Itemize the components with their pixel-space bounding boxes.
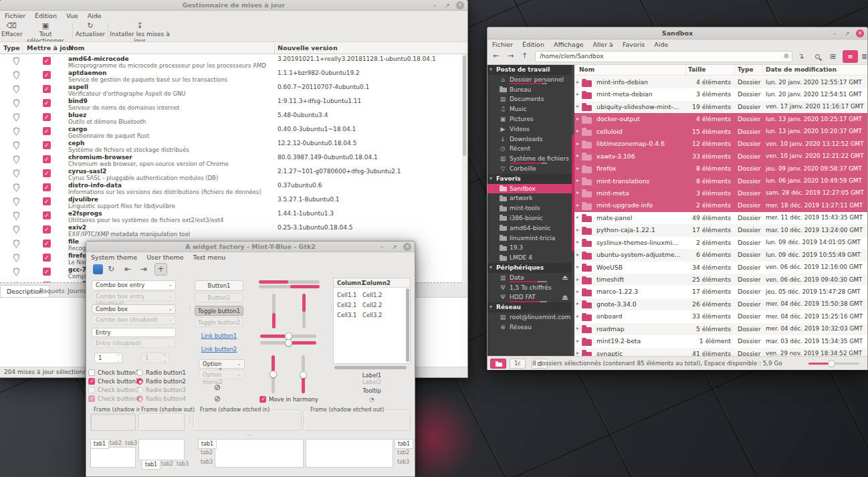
expander-icon[interactable]: ▸ [576,103,579,109]
update-checkbox[interactable] [43,155,51,163]
menu-vue[interactable]: Vue [62,11,83,20]
list-item[interactable]: ▸ xawtv-3.106 33 éléments Dossier ven. 1… [574,151,867,163]
vertical-range[interactable] [272,294,276,328]
link-button1[interactable]: Link button1 [195,332,243,339]
titlebar[interactable]: A widget factory - Mint-Y-Blue - Gtk2 – … [86,242,415,252]
update-checkbox[interactable] [43,85,51,93]
sidebar-item[interactable]: ▾ i386-bionic [487,213,574,223]
horizontal-scrollbar[interactable] [334,366,407,369]
list-item[interactable]: ▸ mint-meta-debian 3 éléments Dossier lu… [574,88,867,100]
expander-icon[interactable]: ▸ [576,227,579,233]
sidebar-item[interactable]: ▾ linuxmint-tricia [487,233,574,244]
list-item[interactable]: ▸ timeshift 25 éléments Dossier ven. 06 … [574,274,867,286]
maximize-icon[interactable]: ↗ [843,29,851,37]
col-taille[interactable]: Taille [688,66,706,73]
list-item[interactable]: ▸ mint-translations 8 éléments Dossier l… [574,175,867,187]
toggle-location-entry-icon[interactable]: ↴ [798,52,804,61]
radio-button[interactable]: Radio button2 [136,378,190,387]
list-item[interactable]: ▸ gnote-3.34.0 26 éléments Dossier mer. … [574,298,867,310]
table-row[interactable]: e2fsprogs Utilitaires pour les systèmes … [0,209,462,223]
menu-edition[interactable]: Édition [30,11,62,20]
list-item[interactable]: ▸ mint19.2-beta 1 élément Dossier mar. 0… [574,335,867,347]
sidebar-item[interactable]: ▾ ⌂ Dossier personnel [487,75,574,85]
update-checkbox[interactable] [43,183,51,191]
compact-view-icon[interactable]: ≣ [861,52,867,61]
expander-icon[interactable]: ▸ [576,153,579,159]
list-item[interactable]: ▸ synaptic 41 éléments Dossier ven. 29 n… [574,348,867,356]
chevron-down-icon[interactable]: ▾ [490,65,492,75]
update-checkbox[interactable] [43,71,51,79]
paned-handle[interactable]: ⋮ [301,417,308,423]
list-item[interactable]: ▸ mate-panel 49 éléments Dossier mer. 11… [574,212,867,224]
expander-icon[interactable]: ▸ [576,276,579,282]
update-checkbox[interactable] [43,169,51,177]
menu-aller-a[interactable]: Aller à [588,40,618,49]
update-checkbox[interactable] [43,141,51,149]
menu-system-theme[interactable]: System theme [86,253,142,262]
app-icon[interactable] [93,264,103,274]
list-item[interactable]: ▸ docker-output 4 éléments Dossier lun. … [574,113,867,125]
expander-icon[interactable]: ▸ [576,239,579,245]
check-button[interactable]: Check button3 [88,387,138,395]
slider-handle[interactable] [285,339,292,347]
sidebar-item[interactable]: ▾ ⊕ Réseau [487,322,574,332]
slider-handle[interactable] [300,371,307,379]
menu-user-theme[interactable]: User theme [142,253,188,262]
table-row[interactable]: bind9 Serveur de noms de domaines intern… [0,96,462,110]
paned-handle[interactable]: ⋯ [245,432,252,438]
sidebar-item[interactable]: ▾ LMDE 4 [487,253,574,263]
list-item[interactable]: ▸ syslinux-themes-linuxmi... 2 éléments … [574,237,867,249]
chevron-down-icon[interactable]: ▾ [490,263,492,273]
expander-icon[interactable]: ▸ [576,313,579,319]
titlebar[interactable]: Sandbox – ↗ × [487,27,867,39]
paned-handle[interactable]: ⋮ [187,305,193,312]
col-nom[interactable]: Nom [579,66,594,73]
menu-edition[interactable]: Édition [518,40,549,49]
sidebar-item[interactable]: ▾ ▥ Data [487,273,574,283]
check-button[interactable]: Check button1 [88,369,138,378]
menu-aide[interactable]: Aide [649,40,673,49]
sidebar-item[interactable]: ▾ 19.3 [487,243,574,253]
sidebar-item[interactable]: ▾ ♫ Music [487,104,574,114]
move-in-harmony-check[interactable]: Move in harmony [259,396,588,405]
expander-icon[interactable]: ▸ [576,214,579,220]
toolbar-button[interactable]: ⌫ Effacer [1,21,21,40]
list-item[interactable]: ▸ celluloid 15 éléments Dossier lun. 13 … [574,126,867,138]
table-cell[interactable]: Cell2.2 [362,302,382,308]
toolbar-button[interactable]: ▣ Tout sélectionner [23,21,68,40]
sidebar-item[interactable]: ▾ Favoris [487,174,574,184]
update-checkbox[interactable] [43,113,51,121]
sidebar-item[interactable]: ▾ Périphériques [487,263,574,273]
menu-affichage[interactable]: Affichage [549,40,588,49]
col-nom[interactable]: Nom [68,44,84,52]
icon-view-icon[interactable]: ⊞ [830,52,836,61]
combo-box[interactable]: Combo box⌄ [92,304,176,314]
sidebar-item[interactable]: ▾ Réseau [487,302,574,312]
list-item[interactable]: ▸ libtimezonemap-0.4.6 12 éléments Dossi… [574,138,867,150]
expander-icon[interactable]: ▸ [576,300,579,306]
entry-field[interactable]: Entry [92,328,176,337]
sidebar-item[interactable]: ▾ Bureau [487,85,574,95]
forward-icon[interactable]: → [508,52,514,60]
sidebar-item[interactable]: ▾ ▤ root@linuxmint.com [487,312,574,322]
table-cell[interactable]: Cell1.2 [362,292,382,298]
radio-button[interactable]: Radio button1 [136,369,190,378]
spin-button[interactable]: 1⌃⌄ [94,353,122,363]
close-icon[interactable]: × [856,29,864,37]
sidebar-item[interactable]: ▾ ↓ Downloads [487,134,574,145]
col-type[interactable]: Type [3,44,20,52]
list-item[interactable]: ▸ mint-info-debian 4 éléments Dossier lu… [574,76,867,88]
menu-aide[interactable]: Aide [83,11,106,20]
sidebar-item[interactable]: ▾ Poste de travail [487,65,574,75]
close-icon[interactable]: × [456,1,464,9]
expander-icon[interactable]: ▸ [576,140,579,147]
table-row[interactable]: ceph Système de fichiers et stockage dis… [0,138,462,153]
list-item[interactable]: ▸ ubuntu-system-adjustme... 6 éléments D… [574,249,867,261]
expander-icon[interactable]: ▸ [576,189,579,195]
table-row[interactable]: djvulibre Linguistic support files for l… [0,195,462,209]
menu-fichier[interactable]: Fichier [0,11,30,20]
table-row[interactable]: cargo Gestionnaire de paquet Rust 0.40.0… [0,124,462,138]
option-menu1[interactable]: Option menu1⌄ [199,359,245,369]
update-checkbox[interactable] [43,211,51,219]
sidebar-item[interactable]: ▾ ◷ Récent [487,144,574,154]
